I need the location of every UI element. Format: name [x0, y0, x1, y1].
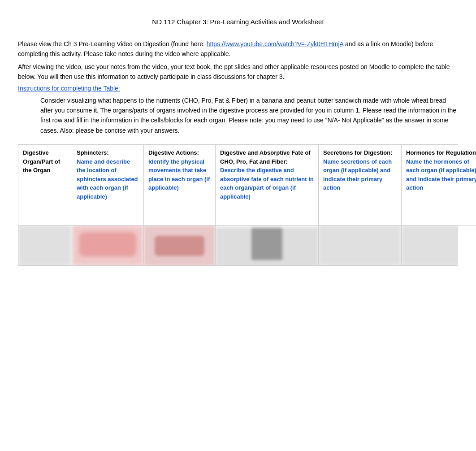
- col6-header: Hormones for Regulation: Name the hormon…: [402, 145, 476, 226]
- blurred-cell-2: [72, 226, 144, 266]
- main-table: Digestive Organ/Part of the Organ Sphinc…: [18, 144, 458, 266]
- col2-header-sub: Name and describe the location of sphinc…: [77, 158, 138, 200]
- col3-header: Digestive Actions: Identify the physical…: [144, 145, 216, 226]
- col4-header-sub: Describe the digestive and absorptive fa…: [220, 167, 314, 200]
- col5-header: Secretions for Digestion: Name secretion…: [319, 145, 402, 226]
- col5-header-bold: Secretions for Digestion:: [323, 149, 393, 156]
- instructions-link[interactable]: Instructions for completing the Table:: [18, 85, 458, 92]
- instructions-body: Consider visualizing what happens to the…: [40, 95, 458, 136]
- blurred-cell-4: [216, 226, 319, 266]
- col2-header: Sphincters: Name and describe the locati…: [72, 145, 144, 226]
- blurred-cell-3: [144, 226, 216, 266]
- col2-header-bold: Sphincters:: [77, 149, 109, 156]
- table-data-row-blurred: [18, 226, 458, 266]
- col3-header-sub: Identify the physical movements that tak…: [148, 158, 210, 191]
- col4-header: Digestive and Absorptive Fate of CHO, Pr…: [216, 145, 319, 226]
- youtube-link[interactable]: https://www.youtube.com/watch?v=-Zyk0H1H…: [207, 40, 343, 48]
- page-title: ND 112 Chapter 3: Pre-Learning Activitie…: [18, 18, 458, 26]
- col6-header-sub: Name the hormones of each organ (if appl…: [406, 158, 476, 191]
- intro-paragraph-1: Please view the Ch 3 Pre-Learning Video …: [18, 39, 458, 59]
- col5-header-sub: Name secretions of each organ (if applic…: [323, 158, 392, 191]
- col1-header-bold: Digestive Organ/Part of the Organ: [23, 149, 60, 173]
- blurred-cell-1: [18, 226, 72, 266]
- table-header-row: Digestive Organ/Part of the Organ Sphinc…: [18, 144, 458, 226]
- col1-header: Digestive Organ/Part of the Organ: [18, 145, 72, 226]
- col4-header-bold: Digestive and Absorptive Fate of CHO, Pr…: [220, 149, 311, 165]
- col6-header-bold: Hormones for Regulation:: [406, 149, 476, 156]
- blurred-cell-6: [402, 226, 458, 266]
- col3-header-bold: Digestive Actions:: [148, 149, 199, 156]
- blurred-cell-5: [319, 226, 402, 266]
- intro-paragraph-2: After viewing the video, use your notes …: [18, 62, 458, 82]
